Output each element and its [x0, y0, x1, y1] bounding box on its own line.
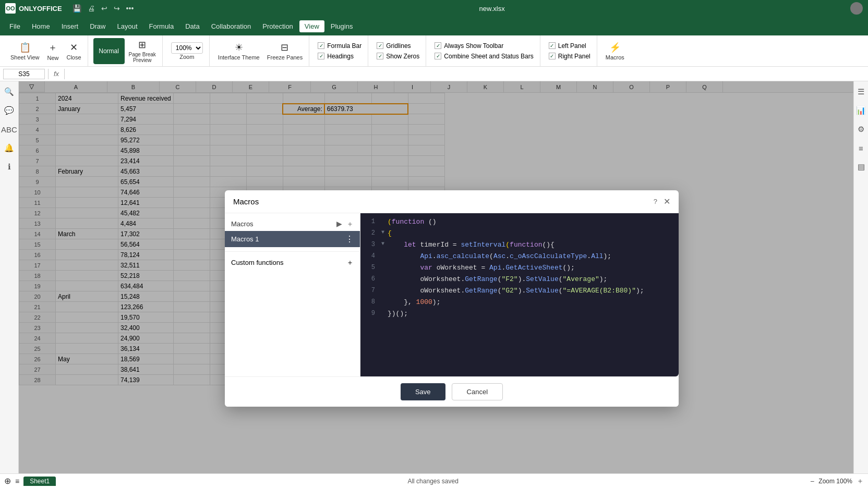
freeze-panes-label: Freeze Panes	[267, 54, 303, 60]
freeze-panes-icon: ⊟	[281, 42, 288, 53]
interface-theme-button[interactable]: ☀ Interface Theme	[215, 38, 263, 64]
code-line-7: 7 oWorksheet.GetRange("G2").SetValue("=A…	[360, 286, 679, 298]
zoom-out-button[interactable]: −	[810, 477, 814, 485]
status-center: All changes saved	[56, 478, 810, 485]
cancel-button[interactable]: Cancel	[452, 383, 503, 400]
zoom-button[interactable]: 100% 75% 150% Zoom	[168, 38, 206, 64]
zoom-in-button[interactable]: ＋	[857, 477, 864, 486]
macro-item-1[interactable]: Macros 1 ⋮	[225, 231, 360, 247]
menu-item-draw[interactable]: Draw	[85, 20, 111, 32]
comment-side-icon[interactable]: 💬	[2, 103, 17, 118]
new-label: New	[47, 55, 58, 61]
page-break-button[interactable]: ⊞ Page BreakPreview	[126, 38, 159, 64]
formula-input[interactable]	[68, 70, 865, 78]
run-macro-button[interactable]: ▶	[336, 219, 342, 229]
section-divider	[225, 251, 360, 252]
checkbox-group-4-inner: Left Panel Right Panel	[546, 40, 594, 62]
sheet1-tab[interactable]: Sheet1	[23, 477, 56, 486]
macros-label: Macros	[606, 54, 624, 60]
save-button[interactable]: Save	[401, 383, 445, 400]
sheet1-label: Sheet1	[30, 478, 50, 485]
right-icon-4[interactable]: ≡	[854, 141, 869, 155]
headings-label: Headings	[327, 53, 354, 60]
code-line-9: 9 })();	[360, 309, 679, 321]
dialog-code-editor[interactable]: 1 (function () 2 ▼ {	[360, 213, 679, 376]
sheet-view-button[interactable]: 📋 Sheet View	[7, 38, 42, 64]
menu-item-view[interactable]: View	[299, 20, 324, 32]
more-icon[interactable]: •••	[126, 4, 134, 13]
print-icon[interactable]: 🖨	[88, 4, 95, 13]
right-icon-5[interactable]: ▤	[854, 160, 869, 174]
logo-icon: OO	[5, 3, 16, 14]
menu-item-plugins[interactable]: Plugins	[326, 20, 358, 32]
dialog-body: Macros ▶ ＋ Macros 1 ⋮ Custom fu	[225, 213, 679, 376]
macros-button[interactable]: ⚡ Macros	[602, 38, 628, 64]
toolbar: 📋 Sheet View ＋ New ✕ Close Normal ⊞ Page…	[0, 35, 868, 67]
formula-bar-check	[318, 42, 324, 49]
freeze-panes-button[interactable]: ⊟ Freeze Panes	[264, 38, 306, 64]
combine-sheet-checkbox[interactable]: Combine Sheet and Status Bars	[435, 53, 533, 60]
show-zeros-checkbox[interactable]: Show Zeros	[377, 53, 419, 60]
spreadsheet: ▽ A B C D E F G H I J K L M N O P Q 1202…	[19, 81, 853, 473]
code-line-2: 2 ▼ {	[360, 229, 679, 240]
add-sheet-button[interactable]: ⊕	[4, 476, 11, 486]
status-left: ⊕ ≡ Sheet1	[4, 476, 56, 486]
right-panel-checkbox[interactable]: Right Panel	[549, 53, 590, 60]
redo-icon[interactable]: ↪	[114, 4, 120, 13]
right-panel-icons: ☰ 📊 ⚙ ≡ ▤	[853, 81, 868, 473]
dialog-header-right: ? ✕	[654, 197, 670, 206]
menu-item-layout[interactable]: Layout	[112, 20, 143, 32]
info-side-icon[interactable]: ℹ	[2, 160, 17, 174]
user-avatar[interactable]	[850, 2, 863, 15]
help-icon[interactable]: ?	[654, 198, 657, 205]
page-break-label: Page BreakPreview	[129, 52, 156, 63]
always-show-toolbar-checkbox[interactable]: Always Show Toolbar	[435, 42, 533, 50]
macro-more-icon[interactable]: ⋮	[345, 234, 354, 244]
app-name: ONLYOFFICE	[19, 5, 62, 13]
menu-item-file[interactable]: File	[4, 20, 26, 32]
dialog-footer: Save Cancel	[225, 376, 679, 407]
custom-functions-section: Custom functions ＋	[225, 256, 360, 270]
left-panel-checkbox[interactable]: Left Panel	[549, 42, 590, 50]
normal-button[interactable]: Normal	[93, 38, 125, 64]
undo-icon[interactable]: ↩	[101, 4, 107, 13]
dialog-left-panel: Macros ▶ ＋ Macros 1 ⋮ Custom fu	[225, 213, 360, 376]
menu-item-formula[interactable]: Formula	[144, 20, 179, 32]
search-side-icon[interactable]: 🔍	[2, 84, 17, 99]
left-panel-check	[549, 42, 556, 49]
dialog-close-button[interactable]: ✕	[664, 197, 670, 206]
macros-group: ⚡ Macros	[599, 35, 631, 66]
view-mode-group: Normal ⊞ Page BreakPreview	[90, 35, 163, 66]
new-button[interactable]: ＋ New	[43, 38, 62, 64]
cell-reference-input[interactable]	[3, 69, 45, 79]
always-show-toolbar-check	[435, 42, 441, 49]
menu-item-data[interactable]: Data	[180, 20, 204, 32]
main-area: 🔍 💬 ABC 🔔 ℹ ▽ A B C D E F G H I J K L M …	[0, 81, 868, 473]
right-icon-1[interactable]: ☰	[854, 84, 869, 99]
interface-theme-icon: ☀	[235, 42, 243, 53]
headings-checkbox[interactable]: Headings	[318, 53, 361, 60]
code-line-5: 5 var oWorksheet = Api.GetActiveSheet();	[360, 263, 679, 275]
page-break-icon: ⊞	[138, 39, 146, 51]
add-macro-button[interactable]: ＋	[346, 219, 354, 229]
sheet-view-group: 📋 Sheet View ＋ New ✕ Close	[4, 35, 88, 66]
gridlines-check	[377, 42, 383, 49]
notification-side-icon[interactable]: 🔔	[2, 141, 17, 155]
menu-item-collaboration[interactable]: Collaboration	[206, 20, 257, 32]
right-icon-2[interactable]: 📊	[854, 103, 869, 118]
menu-item-protection[interactable]: Protection	[257, 20, 298, 32]
code-line-4: 4 Api.asc_calculate(Asc.c_oAscCalculateT…	[360, 252, 679, 263]
menu-item-home[interactable]: Home	[27, 20, 55, 32]
code-line-1: 1 (function ()	[360, 217, 679, 229]
right-icon-3[interactable]: ⚙	[854, 122, 869, 137]
menu-item-insert[interactable]: Insert	[56, 20, 84, 32]
close-button[interactable]: ✕ Close	[63, 38, 84, 64]
formula-bar-checkbox[interactable]: Formula Bar	[318, 42, 361, 50]
add-custom-function-button[interactable]: ＋	[346, 258, 354, 267]
sheet-list-button[interactable]: ≡	[15, 477, 19, 485]
spellcheck-side-icon[interactable]: ABC	[2, 122, 17, 137]
zoom-select[interactable]: 100% 75% 150%	[171, 42, 203, 54]
save-icon[interactable]: 💾	[73, 4, 81, 13]
status-right: − Zoom 100% ＋	[810, 477, 864, 486]
gridlines-checkbox[interactable]: Gridlines	[377, 42, 419, 50]
